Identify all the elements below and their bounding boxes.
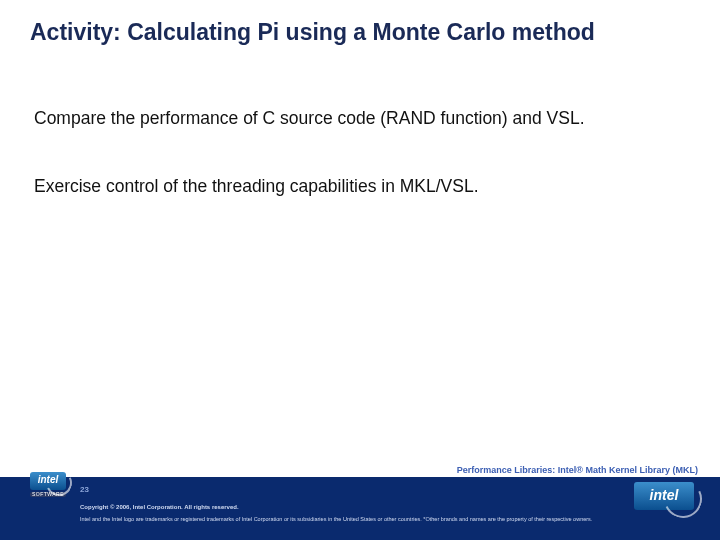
footer-band: 23 Copyright © 2006, Intel Corporation. … — [0, 477, 720, 540]
intel-software-logo-small: intel SOFTWARE — [30, 472, 66, 500]
intel-swirl-icon — [659, 475, 708, 524]
footer-deck-title: Performance Libraries: Intel® Math Kerne… — [0, 465, 720, 475]
intel-chip-icon: intel — [634, 482, 694, 510]
body-paragraph-2: Exercise control of the threading capabi… — [34, 176, 674, 198]
copyright-text: Copyright © 2006, Intel Corporation. All… — [80, 504, 239, 510]
body-paragraph-1: Compare the performance of C source code… — [34, 108, 674, 130]
slide: Activity: Calculating Pi using a Monte C… — [0, 0, 720, 540]
intel-chip-icon: intel — [30, 472, 66, 490]
intel-logo-large: intel — [634, 482, 694, 526]
slide-title: Activity: Calculating Pi using a Monte C… — [30, 18, 690, 47]
trademark-text: Intel and the Intel logo are trademarks … — [80, 516, 592, 522]
slide-number: 23 — [80, 485, 89, 494]
